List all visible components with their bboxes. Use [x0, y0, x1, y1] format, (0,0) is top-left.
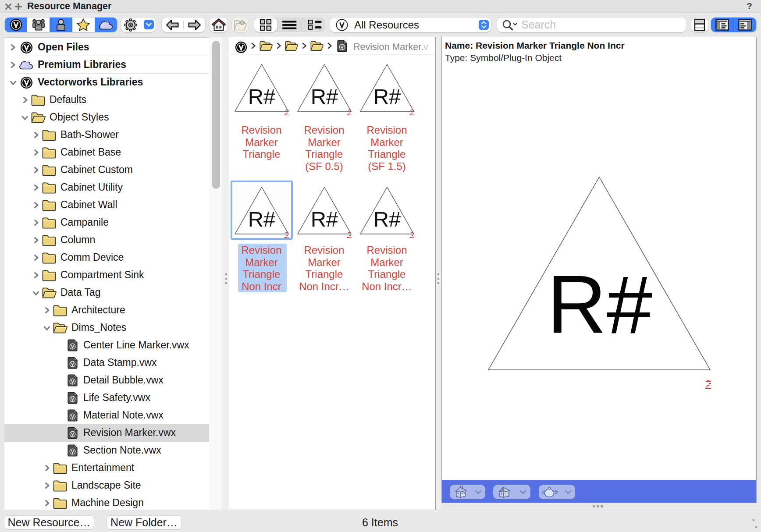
svg-text:R#: R#	[373, 207, 401, 231]
svg-text:R#: R#	[311, 85, 338, 108]
svg-text:R#: R#	[547, 259, 652, 351]
svg-text:R#: R#	[248, 207, 276, 231]
svg-text:R#: R#	[373, 85, 401, 108]
svg-text:R#: R#	[248, 85, 276, 108]
svg-text:R#: R#	[311, 207, 338, 231]
